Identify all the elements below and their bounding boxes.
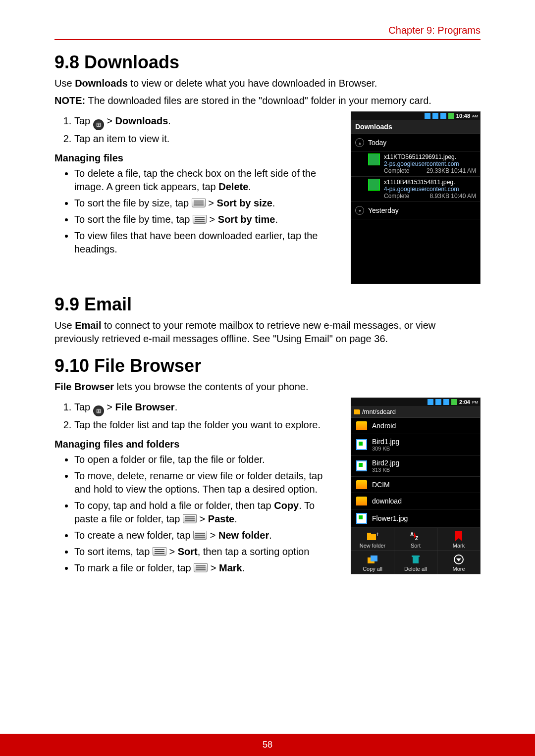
menu-icon (193, 531, 207, 540)
list-item: To create a new folder, tap > New folder… (74, 529, 341, 542)
file-browser-steps: Tap ⊞ > File Browser. Tap the folder lis… (54, 401, 341, 432)
text-bold: New folder (218, 530, 269, 541)
file-time: 10:40 AM (451, 193, 476, 200)
text: > (104, 402, 115, 412)
new-folder-button[interactable]: +New folder (351, 528, 394, 551)
text: > (166, 546, 178, 557)
wifi-icon (435, 399, 441, 405)
fb-menu-buttons: +New folder AZSort Mark Copy all Delete … (351, 528, 480, 574)
page-number: 58 (263, 740, 272, 750)
more-icon (437, 554, 480, 565)
text-bold: Downloads (75, 78, 128, 89)
page-footer: 58 (0, 734, 535, 756)
fb-row-bird2[interactable]: Bird2.jpg313 KB (351, 455, 480, 477)
folder-icon (356, 480, 367, 489)
path-bar[interactable]: /mnt/sdcard (351, 406, 480, 418)
text: Tap (74, 115, 93, 126)
file-name: x11KTD56511296911.jpeg. (384, 153, 476, 160)
menu-icon (194, 563, 208, 572)
text: . (275, 214, 278, 225)
screen-title: Downloads (351, 120, 480, 134)
item-name: Android (372, 422, 396, 430)
file-time: 10:41 AM (451, 167, 476, 174)
signal2-icon (443, 399, 449, 405)
text: to connect to your remote mailbox to ret… (54, 320, 435, 344)
downloads-steps: Tap ⊞ > Downloads. Tap an item to view i… (54, 114, 341, 146)
group-label: Today (368, 139, 386, 147)
sort-icon: AZ (394, 531, 437, 542)
text: > (208, 562, 219, 573)
item-name: download (372, 497, 402, 505)
file-status: Complete (384, 193, 409, 200)
item-name: Flower1.jpg (372, 514, 408, 522)
apps-icon: ⊞ (93, 405, 104, 416)
folder-icon (356, 497, 367, 505)
svg-rect-7 (371, 555, 377, 561)
mark-button[interactable]: Mark (437, 528, 480, 551)
battery-icon (451, 399, 457, 405)
download-item[interactable]: x11KTD56511296911.jpeg. 2-ps.googleuserc… (351, 151, 480, 177)
text: To sort the file by time, tap (74, 214, 193, 225)
text: > (207, 530, 218, 541)
text: Use (54, 320, 75, 331)
managing-files-folders-bullets: To open a folder or file, tap the file o… (54, 453, 341, 575)
group-label: Yesterday (368, 206, 399, 214)
signal2-icon (440, 113, 446, 119)
copy-icon (351, 554, 394, 565)
mark-icon (437, 531, 480, 542)
svg-text:+: + (376, 531, 379, 538)
file-source: 2-ps.googleusercontent.com (384, 160, 459, 167)
text: . (168, 115, 171, 126)
svg-rect-9 (412, 555, 420, 557)
file-browser-screenshot: 2:04 PM /mnt/sdcard Android Bird1.jpg309… (351, 398, 481, 574)
text: Tap (74, 402, 93, 412)
button-label: Copy all (363, 566, 382, 572)
image-icon (356, 460, 367, 471)
list-item: To sort the file by size, tap > Sort by … (74, 197, 341, 210)
folder-icon (356, 421, 367, 430)
managing-files-subhead: Managing files (54, 152, 341, 164)
battery-icon (448, 113, 454, 119)
more-button[interactable]: More (437, 551, 480, 574)
item-size: 313 KB (372, 467, 399, 473)
fb-row-bird1[interactable]: Bird1.jpg309 KB (351, 434, 480, 455)
text-bold: Copy (274, 500, 299, 511)
status-bar: 2:04 PM (351, 398, 480, 406)
text: To mark a file or folder, tap (74, 562, 194, 573)
file-source: 4-ps.googleusercontent.com (384, 186, 459, 193)
fb-row-download[interactable]: download (351, 493, 480, 509)
list-item: Tap the folder list and tap the folder y… (74, 418, 341, 432)
item-name: Bird2.jpg (372, 459, 399, 467)
text: . (175, 402, 178, 412)
managing-files-folders-subhead: Managing files and folders (54, 439, 341, 450)
svg-rect-1 (367, 533, 371, 535)
text: > (206, 198, 217, 208)
text-bold: File Browser (115, 402, 175, 412)
fb-row-flower1[interactable]: Flower1.jpg (351, 509, 480, 528)
button-label: Sort (411, 543, 421, 549)
list-item: To copy, tap and hold a file or folder, … (74, 499, 341, 526)
heading-file-browser: 9.10 File Browser (54, 355, 481, 376)
svg-rect-0 (367, 534, 376, 540)
svg-marker-11 (456, 558, 461, 561)
downloads-intro: Use Downloads to view or delete what you… (54, 77, 481, 90)
text: > (197, 513, 208, 524)
list-item: To open a folder or file, tap the file o… (74, 453, 341, 466)
group-yesterday[interactable]: ▾ Yesterday (351, 202, 480, 219)
text-bold: Paste (208, 513, 234, 524)
item-name: Bird1.jpg (372, 438, 399, 446)
chevron-up-icon: ▴ (355, 138, 364, 147)
menu-icon (183, 514, 197, 523)
managing-files-bullets: To delete a file, tap the check box on t… (54, 167, 341, 256)
list-item: Tap an item to view it. (74, 132, 341, 146)
sort-button[interactable]: AZSort (394, 528, 437, 551)
copy-all-button[interactable]: Copy all (351, 551, 394, 574)
download-item[interactable]: x11L0B48153154811.jpeg. 4-ps.googleuserc… (351, 177, 480, 202)
fb-row-dcim[interactable]: DCIM (351, 477, 480, 493)
text: . (269, 530, 272, 541)
text: To sort items, tap (74, 546, 153, 557)
delete-all-button[interactable]: Delete all (394, 551, 437, 574)
fb-row-android[interactable]: Android (351, 418, 480, 434)
text: to view or delete what you have download… (128, 78, 377, 89)
group-today[interactable]: ▴ Today (351, 134, 480, 151)
